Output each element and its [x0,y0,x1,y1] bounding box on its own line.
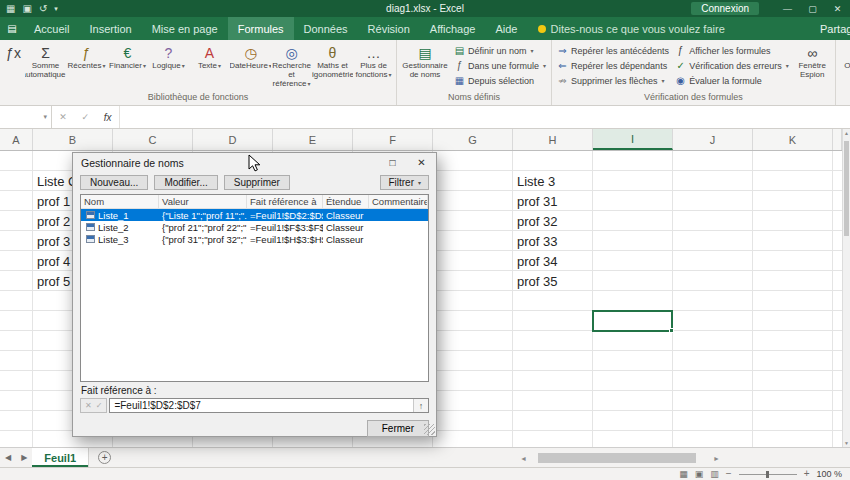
financier-button[interactable]: €Financier▾ [107,41,148,91]
delete-name-button[interactable]: Supprimer [224,175,290,190]
name-row-liste-1[interactable]: Liste_1{"Liste 1";"prof 11";"...=Feuil1!… [81,209,428,221]
recherche-et-reference-button[interactable]: ◎Recherche et référence▾ [271,41,312,91]
selected-cell[interactable] [592,310,673,332]
zoom-slider[interactable] [739,474,797,475]
column-header-e[interactable]: E [273,129,353,150]
restore-button-icon[interactable]: ▢ [800,0,825,17]
cell-b3[interactable]: prof 1 [37,191,70,211]
cell-b4[interactable]: prof 2 [37,211,70,231]
supprimer-les-fleches-button[interactable]: ⇏Supprimer les flèches▾ [554,73,672,88]
name-row-liste-2[interactable]: Liste_2{"prof 21";"prof 22";"...=Feuil1!… [81,221,428,233]
texte-button[interactable]: ATexte▾ [189,41,230,91]
cell-h2[interactable]: Liste 3 [517,171,555,191]
undo-icon[interactable]: ↺ [39,4,47,14]
zoom-level[interactable]: 100 % [816,469,842,479]
page-layout-view-icon[interactable]: ▣ [695,470,704,479]
column-header-a[interactable]: A [0,129,33,150]
column-header-i[interactable]: I [593,129,673,150]
fill-handle[interactable] [669,328,674,333]
new-name-button[interactable]: Nouveau... [80,175,148,190]
page-break-view-icon[interactable]: ▥ [710,470,719,479]
column-header-b[interactable]: B [33,129,113,150]
reperer-les-dependants-button[interactable]: ⇐Repérer les dépendants [554,58,672,73]
cell-h5[interactable]: prof 33 [517,231,557,251]
close-button-icon[interactable]: ✕ [825,0,850,17]
vertical-scrollbar[interactable]: ▲ ▼ [842,129,850,447]
share-button[interactable]: Partager [820,17,850,40]
vscroll-up-icon[interactable]: ▲ [843,129,850,137]
cell-b6[interactable]: prof 4 [37,251,70,271]
dateheure-button[interactable]: ◷DateHeure▾ [230,41,271,91]
formula-input[interactable] [120,106,850,128]
hscroll-right-icon[interactable]: ► [713,455,720,462]
afficher-les-formules-button[interactable]: ƒAfficher les formules [672,43,792,58]
somme-automatique-button[interactable]: ΣSomme automatique▾ [25,41,66,91]
zoom-slider-thumb[interactable] [766,471,769,478]
cell-h7[interactable]: prof 35 [517,271,557,291]
tab-aide[interactable]: Aide [485,17,527,40]
normal-view-icon[interactable]: ▦ [679,470,688,479]
vscroll-thumb[interactable] [844,141,849,236]
tab-insertion[interactable]: Insertion [79,17,141,40]
tab-affichage[interactable]: Affichage [420,17,486,40]
name-box[interactable]: ▾ [0,106,52,128]
gestionnaire-de-noms-button[interactable]: ▤Gestionnaire de noms [399,41,451,91]
options-de-calcul-button[interactable]: ⊞Options de calcul▾ [838,41,850,91]
dialog-close-icon[interactable]: ✕ [407,153,436,172]
new-sheet-button[interactable]: + [98,451,111,464]
zoom-in-icon[interactable]: + [804,469,810,479]
column-header-h[interactable]: H [513,129,593,150]
column-header-f[interactable]: F [353,129,433,150]
list-column-header-valeur[interactable]: Valeur [159,195,247,208]
tab-mise-en-page[interactable]: Mise en page [142,17,228,40]
file-menu-icon[interactable]: ▤ [0,17,24,40]
column-header-k[interactable]: K [753,129,833,150]
list-column-header-etendue[interactable]: Étendue [323,195,369,208]
tell-me-box[interactable]: Dites-nous ce que vous voulez faire [538,17,725,40]
name-row-liste-3[interactable]: Liste_3{"prof 31";"prof 32";"...=Feuil1!… [81,233,428,245]
insert-function-fx-icon[interactable]: fx [104,112,112,123]
tab-accueil[interactable]: Accueil [24,17,79,40]
column-header-g[interactable]: G [433,129,513,150]
fermer-button[interactable]: Fermer [367,420,429,437]
sheet-nav-left-icon[interactable]: ◀ [0,448,16,467]
column-header-j[interactable]: J [673,129,753,150]
reperer-les-antecedents-button[interactable]: ⇒Repérer les antécédents [554,43,672,58]
cell-h4[interactable]: prof 32 [517,211,557,231]
name-box-caret-icon[interactable]: ▾ [43,113,51,121]
cell-b7[interactable]: prof 5 [37,271,70,291]
minimize-button-icon[interactable]: — [775,0,800,17]
filter-button[interactable]: Filtrer ▾ [380,175,429,190]
recentes-button[interactable]: ƒRécentes▾ [66,41,107,91]
column-header-d[interactable]: D [193,129,273,150]
dans-une-formule-button[interactable]: ƒDans une formule▾ [451,58,549,73]
edit-name-button[interactable]: Modifier... [154,175,217,190]
excel-app-icon[interactable]: ▦ [6,4,15,14]
cell-b5[interactable]: prof 3 [37,231,70,251]
list-column-header-nom[interactable]: Nom [81,195,159,208]
insert-function-button[interactable]: ƒx [2,41,25,91]
refers-to-field[interactable]: =Feuil1!$D$2:$D$7 ↑ [109,398,429,413]
tab-revision[interactable]: Révision [358,17,420,40]
qat-customize-icon[interactable]: ▾ [54,5,58,12]
collapse-dialog-icon[interactable]: ↑ [413,399,428,412]
verification-des-erreurs-button[interactable]: ✓Vérification des erreurs▾ [672,58,792,73]
cell-h6[interactable]: prof 34 [517,251,557,271]
fenetre-espion-button[interactable]: ∞Fenêtre Espion [792,41,833,91]
logique-button[interactable]: ?Logique▾ [148,41,189,91]
hscroll-left-icon[interactable]: ◄ [520,455,527,462]
enter-icon[interactable]: ✓ [82,112,90,122]
list-column-header-commentaire[interactable]: Commentaire [369,195,428,208]
column-header-c[interactable]: C [113,129,193,150]
sheet-tab-feuil1[interactable]: Feuil1 [32,448,89,467]
depuis-selection-button[interactable]: ▦Depuis sélection [451,73,549,88]
list-column-header-fait-reference-a[interactable]: Fait référence à [247,195,323,208]
hscroll-track[interactable] [530,453,710,463]
dialog-maximize-icon[interactable]: □ [378,153,407,172]
hscroll-thumb[interactable] [538,453,696,463]
save-icon[interactable]: ▣ [22,4,31,14]
cancel-icon[interactable]: ✕ [59,112,67,122]
sheet-nav-right-icon[interactable]: ▶ [16,448,32,467]
plus-de-fonctions-button[interactable]: …Plus de fonctions▾ [353,41,394,91]
maths-et-trigonometrie-button[interactable]: θMaths et trigonométrie▾ [312,41,353,91]
